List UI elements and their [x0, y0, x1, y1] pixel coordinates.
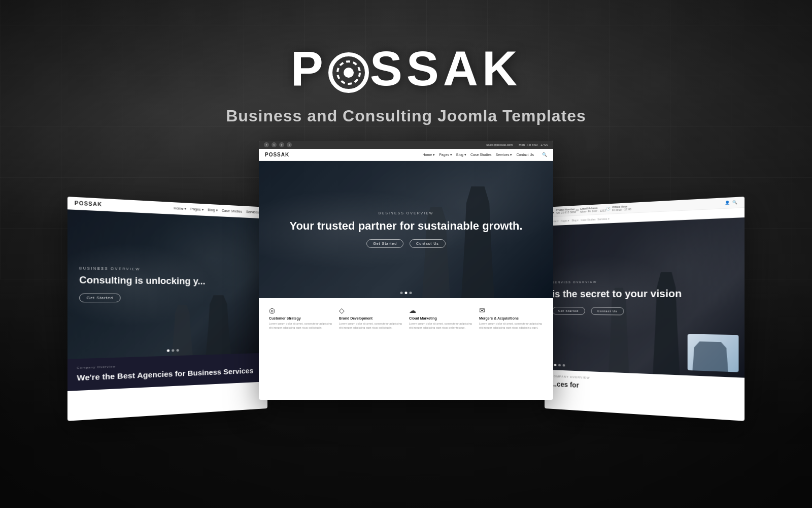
- right-email-value: Mon - Fri 0-07 - 1212: [580, 209, 606, 213]
- logo-text-p: P: [291, 41, 327, 97]
- right-email-info: ✉ Email Adress Mon - Fri 0-07 - 1212: [576, 206, 606, 213]
- left-hero-title: Consulting is unlocking y...: [79, 274, 205, 288]
- right-card-hero: SERVISS OVERVIEW is the secret to your v…: [545, 217, 745, 378]
- right-thumb-person: [693, 341, 728, 372]
- center-nav-blog: Blog ▾: [456, 153, 466, 157]
- center-nav-services: Services ▾: [496, 153, 513, 157]
- center-hours: Mon - Fri 8:00 - 17:00: [519, 143, 548, 146]
- right-user-icon: 👤: [725, 201, 730, 205]
- right-thumb-photo: [688, 334, 739, 372]
- center-get-started-button[interactable]: Get Started: [366, 239, 403, 248]
- center-social-icons: f t y i: [264, 142, 292, 147]
- left-nav-links: Home ▾ Pages ▾ Blog ▾ Case Studies Servi…: [174, 206, 262, 214]
- logo-section: P SSAK Business and Consulting Joomla Te…: [226, 41, 586, 125]
- center-card-features: ◎ Customer Strategy Lorem ipsum dolor si…: [259, 298, 553, 338]
- right-hero-title: is the secret to your vision: [552, 287, 682, 300]
- right-phone-details: Phone Number 426 21 813 5858: [556, 208, 576, 214]
- dot-1: [167, 350, 170, 352]
- center-dot-2: [405, 292, 408, 294]
- right-dot-3: [563, 364, 565, 367]
- left-nav-blog: Blog ▾: [208, 208, 218, 212]
- center-card-hero: BUSINESS OVERVIEW Your trusted partner f…: [259, 161, 553, 298]
- right-thumbnail: [688, 334, 739, 372]
- right-email-details: Email Adress Mon - Fri 0-07 - 1212: [580, 206, 606, 213]
- main-content: P SSAK Business and Consulting Joomla Te…: [0, 0, 812, 508]
- center-hero-dots: [400, 292, 412, 294]
- center-nav-search-icon[interactable]: 🔍: [542, 152, 547, 157]
- customer-strategy-text: Lorem ipsum dolor sit amet, consectetur …: [269, 322, 333, 330]
- center-dot-3: [410, 292, 412, 294]
- logo-icon-o: [328, 48, 369, 89]
- right-top-actions: 👤 🔍: [725, 200, 737, 205]
- brand-dev-text: Lorem ipsum dolor sit amet, consectetur …: [339, 322, 403, 330]
- svg-point-2: [344, 68, 354, 78]
- feature-customer-strategy: ◎ Customer Strategy Lorem ipsum dolor si…: [269, 306, 333, 330]
- center-nav-contact: Contact Us: [516, 153, 534, 156]
- right-hero-label: SERVISS OVERVIEW: [552, 280, 597, 284]
- right-nav-placeholder: Home ▾ Pages ▾ Blog ▾ Case Studies Servi…: [550, 217, 610, 223]
- mergers-text: Lorem ipsum dolor sit amet, consectetur …: [479, 322, 543, 330]
- center-navbar: POSSAK Home ▾ Pages ▾ Blog ▾ Case Studie…: [259, 149, 553, 161]
- center-dot-1: [400, 292, 403, 294]
- left-hero-overlay: BUSINESS OVERVIEW Consulting is unlockin…: [67, 209, 267, 359]
- left-nav-case: Case Studies: [222, 209, 242, 213]
- brand-dev-icon: ◇: [339, 306, 403, 314]
- left-card-logo: POSSAK: [75, 200, 103, 207]
- center-nav-pages: Pages ▾: [439, 153, 452, 157]
- center-nav-home: Home ▾: [423, 153, 435, 157]
- right-dot-2: [558, 364, 561, 366]
- right-dot-1: [554, 364, 557, 366]
- right-btn1[interactable]: Get Started: [552, 307, 585, 315]
- right-hours-info: 🕐 Office Hour Fri 8:00 - 17:00: [606, 205, 631, 212]
- right-phone-info: 📞 Phone Number 426 21 813 5858: [550, 208, 576, 215]
- left-card-hero: BUSINESS OVERVIEW Consulting is unlockin…: [67, 209, 267, 359]
- brand-subtitle: Business and Consulting Joomla Templates: [226, 107, 586, 125]
- left-nav-home: Home ▾: [174, 206, 186, 211]
- center-nav-links: Home ▾ Pages ▾ Blog ▾ Case Studies Servi…: [423, 152, 547, 157]
- center-top-bar: f t y i sales@possak.com Mon - Fri 8:00 …: [259, 141, 553, 149]
- left-card-bottom: Company Overview We're the Best Agencies…: [67, 353, 267, 391]
- center-card-logo: POSSAK: [265, 152, 289, 157]
- center-contact-button[interactable]: Contact Us: [410, 239, 446, 248]
- cloud-mkt-text: Lorem ipsum dolor sit amet, consectetur …: [409, 322, 473, 330]
- right-hours-value: Fri 8:00 - 17:00: [612, 208, 631, 212]
- previews-container: POSSAK Home ▾ Pages ▾ Blog ▾ Case Studie…: [0, 156, 812, 415]
- features-grid: ◎ Customer Strategy Lorem ipsum dolor si…: [269, 306, 543, 330]
- right-hours-details: Office Hour Fri 8:00 - 17:00: [612, 205, 631, 212]
- instagram-icon: i: [287, 142, 292, 147]
- right-contact-btn[interactable]: Contact Us: [591, 307, 624, 315]
- brand-dev-title: Brand Development: [339, 316, 403, 320]
- email-icon: ✉: [576, 208, 579, 212]
- clock-icon: 🕐: [606, 207, 611, 211]
- center-hero-label: BUSINESS OVERVIEW: [379, 211, 434, 215]
- twitter-icon: t: [272, 142, 277, 147]
- logo-text-ssak: SSAK: [370, 41, 522, 97]
- center-hero-buttons: Get Started Contact Us: [366, 239, 445, 248]
- brand-logo: P SSAK: [226, 41, 586, 97]
- left-hero-label: BUSINESS OVERVIEW: [79, 266, 141, 271]
- right-hero-buttons: Get Started Contact Us: [552, 307, 624, 315]
- feature-cloud-mkt: ☁ Cloud Marketing Lorem ipsum dolor sit …: [409, 306, 473, 330]
- center-hero-title: Your trusted partner for sustainable gro…: [289, 219, 522, 234]
- right-search-icon: 🔍: [732, 200, 737, 205]
- left-hero-dots: [167, 349, 179, 352]
- center-hero-overlay: BUSINESS OVERVIEW Your trusted partner f…: [259, 161, 553, 298]
- preview-card-right: 📞 Phone Number 426 21 813 5858 ✉ Email A…: [545, 197, 745, 421]
- facebook-icon: f: [264, 142, 269, 147]
- customer-strategy-icon: ◎: [269, 306, 333, 314]
- mergers-title: Mergers & Acquisitions: [479, 316, 543, 320]
- left-get-started-button[interactable]: Get Started: [79, 293, 120, 302]
- cloud-mkt-icon: ☁: [409, 306, 473, 314]
- center-email: sales@possak.com: [486, 143, 513, 146]
- dot-2: [172, 349, 174, 352]
- youtube-icon: y: [279, 142, 284, 147]
- preview-card-center: f t y i sales@possak.com Mon - Fri 8:00 …: [259, 141, 553, 400]
- right-phone-value: 426 21 813 5858: [556, 210, 576, 214]
- cloud-mkt-title: Cloud Marketing: [409, 316, 473, 320]
- customer-strategy-title: Customer Strategy: [269, 316, 333, 320]
- feature-brand-dev: ◇ Brand Development Lorem ipsum dolor si…: [339, 306, 403, 330]
- center-nav-case: Case Studies: [470, 153, 492, 156]
- preview-card-left: POSSAK Home ▾ Pages ▾ Blog ▾ Case Studie…: [67, 197, 267, 421]
- mergers-icon: ✉: [479, 306, 543, 314]
- dot-3: [177, 349, 179, 352]
